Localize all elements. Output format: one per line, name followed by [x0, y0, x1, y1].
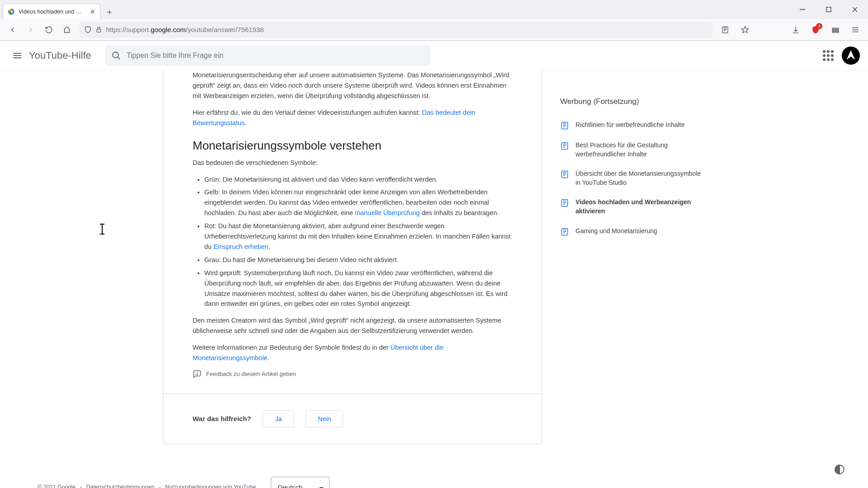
sidebar-item-label: Übersicht über die Monetarisierungssymbo… [576, 169, 705, 187]
footer-privacy-link[interactable]: Datenschutzbestimmungen [86, 484, 154, 488]
extension-badge: 3 [816, 23, 822, 29]
tab-title: Videos hochladen und Werbea [19, 9, 86, 15]
footer-links: © 2021 Google - Datenschutzbestimmungen … [36, 484, 257, 488]
dark-mode-toggle[interactable] [831, 461, 848, 478]
sidebar-item-label: Richtlinien für werbefreundliche Inhalte [576, 121, 684, 130]
svg-rect-14 [561, 200, 567, 206]
helpful-no-button[interactable]: Nein [306, 410, 343, 427]
article-icon [560, 170, 569, 179]
appeal-link: Einspruch erheben [213, 243, 269, 250]
hamburger-menu-button[interactable] [8, 47, 26, 65]
svg-rect-15 [561, 228, 567, 235]
svg-rect-2 [800, 9, 805, 10]
sidebar-item[interactable]: Übersicht über die Monetarisierungssymbo… [560, 164, 705, 192]
symbol-list: Grün: Die Monetarisierung ist aktiviert … [193, 174, 513, 310]
window-minimize-button[interactable] [789, 0, 816, 19]
url-text: https://support.google.com/youtube/answe… [106, 26, 264, 33]
svg-rect-12 [561, 143, 567, 150]
article-icon [560, 141, 569, 150]
account-avatar[interactable] [842, 47, 860, 65]
sidebar-item[interactable]: Gaming und Monetarisierung [560, 221, 705, 242]
extension-icon[interactable]: 3 [807, 22, 824, 38]
reload-button[interactable] [41, 22, 57, 38]
language-select[interactable]: Deutsch [271, 477, 330, 488]
section-subtitle: Das bedeuten die verschiedenen Symbole: [193, 158, 513, 168]
browser-chrome: Videos hochladen und Werbea ✕ ＋ https://… [0, 0, 868, 41]
browser-toolbar: https://support.google.com/youtube/answe… [0, 19, 868, 41]
tab-close-icon[interactable]: ✕ [90, 8, 95, 15]
account-icon[interactable] [827, 22, 844, 38]
window-maximize-button[interactable] [816, 0, 842, 19]
search-box[interactable] [105, 45, 430, 66]
sidebar-item[interactable]: Best Practices für die Gestaltung werbef… [560, 136, 705, 164]
article-card: Monetarisierungsentscheidung eher auf un… [163, 70, 542, 444]
sidebar-item-label: Best Practices für die Gestaltung werbef… [576, 141, 705, 159]
footer-terms-link[interactable]: Nutzungsbedingungen von YouTube [165, 484, 256, 488]
forward-button[interactable] [23, 22, 39, 38]
feedback-label: Feedback zu diesem Artikel geben [206, 370, 296, 379]
tab-strip: Videos hochladen und Werbea ✕ ＋ [0, 0, 868, 19]
home-button[interactable] [59, 22, 75, 38]
review-paragraph: Hier erfährst du, wie du den Verlauf dei… [193, 108, 513, 128]
svg-rect-7 [832, 30, 839, 31]
svg-rect-3 [826, 7, 831, 12]
list-item: Rot: Du hast die Monetarisierung aktivie… [204, 221, 513, 252]
page-header: YouTube-Hilfe [0, 41, 868, 70]
back-button[interactable] [5, 22, 21, 38]
bookmark-star-icon[interactable] [737, 22, 753, 38]
feedback-icon [193, 370, 202, 379]
tab-favicon [8, 8, 15, 15]
sidebar: Werbung (Fortsetzung) Richtlinien für we… [560, 70, 705, 444]
sidebar-heading: Werbung (Fortsetzung) [560, 97, 705, 106]
article-icon [560, 198, 569, 207]
helpful-question: War das hilfreich? [193, 415, 251, 422]
search-icon[interactable] [111, 51, 121, 61]
more-info-paragraph: Weitere Informationen zur Bedeutung der … [193, 343, 513, 363]
svg-point-9 [113, 52, 118, 58]
helpful-yes-button[interactable]: Ja [263, 410, 294, 427]
app-menu-button[interactable] [847, 22, 863, 38]
section-heading: Monetarisierungssymbole verstehen [193, 136, 513, 155]
sidebar-item-label: Videos hochladen und Werbeanzeigen aktiv… [576, 198, 705, 216]
product-name[interactable]: YouTube-Hilfe [29, 50, 91, 61]
page-footer: © 2021 Google - Datenschutzbestimmungen … [0, 465, 868, 488]
manual-review-link[interactable]: manuelle Überprüfung [355, 209, 420, 216]
new-tab-button[interactable]: ＋ [103, 5, 116, 18]
window-controls [789, 0, 868, 19]
lock-icon[interactable] [95, 26, 102, 33]
svg-rect-6 [832, 28, 839, 29]
svg-point-10 [197, 375, 197, 375]
sidebar-item[interactable]: Richtlinien für werbefreundliche Inhalte [560, 115, 705, 136]
article-icon [560, 121, 569, 130]
svg-rect-4 [97, 29, 101, 32]
paragraph: Den meisten Creatorn wird das Symbol „Wi… [193, 315, 513, 336]
footer-copyright: © 2021 Google [38, 484, 75, 488]
shield-icon[interactable] [84, 26, 92, 33]
list-item: Wird geprüft: Systemüberprüfung läuft no… [204, 268, 513, 310]
feedback-link[interactable]: Feedback zu diesem Artikel geben [193, 370, 513, 379]
svg-rect-8 [832, 31, 839, 32]
content-scroll[interactable]: Monetarisierungsentscheidung eher auf un… [0, 70, 868, 488]
svg-rect-13 [561, 171, 567, 178]
intro-paragraph: Monetarisierungsentscheidung eher auf un… [193, 70, 513, 101]
sidebar-item-label: Gaming und Monetarisierung [576, 227, 657, 236]
window-close-button[interactable] [842, 0, 868, 19]
list-item: Grün: Die Monetarisierung ist aktiviert … [204, 174, 513, 185]
downloads-icon[interactable] [788, 22, 804, 38]
search-input[interactable] [127, 52, 424, 60]
article-icon [560, 227, 569, 236]
svg-rect-11 [561, 122, 567, 129]
helpful-box: War das hilfreich? Ja Nein [164, 394, 542, 444]
browser-tab[interactable]: Videos hochladen und Werbea ✕ [3, 4, 100, 19]
list-item: Grau: Du hast die Monetarisierung bei di… [204, 255, 513, 265]
sidebar-item-active[interactable]: Videos hochladen und Werbeanzeigen aktiv… [560, 192, 705, 221]
list-item: Gelb: In deinem Video können nur eingesc… [204, 187, 513, 218]
reader-mode-icon[interactable] [717, 22, 733, 38]
google-apps-button[interactable] [823, 50, 834, 61]
svg-rect-5 [722, 27, 728, 33]
address-bar[interactable]: https://support.google.com/youtube/answe… [80, 22, 712, 38]
